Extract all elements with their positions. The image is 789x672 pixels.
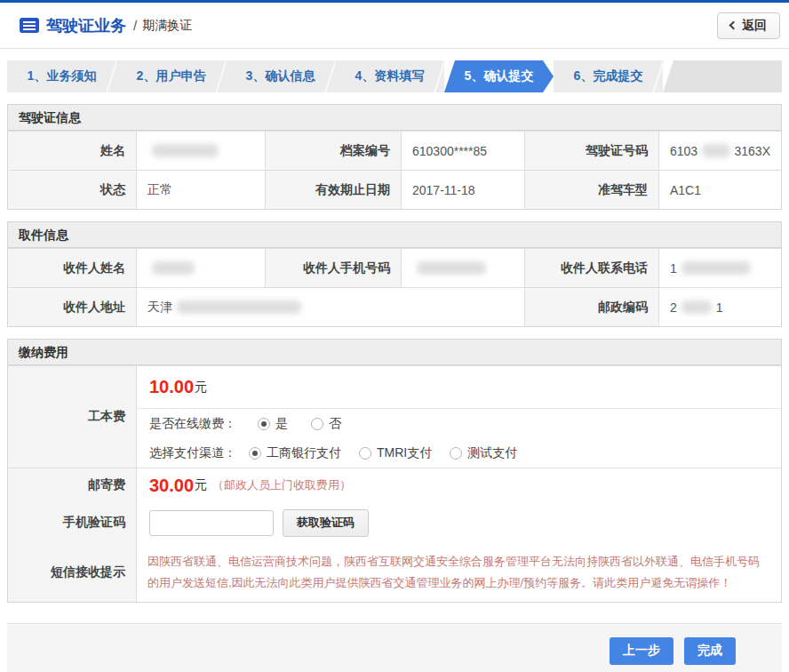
finish-button[interactable]: 完成 xyxy=(684,637,736,665)
file-no-label: 档案编号 xyxy=(265,132,401,170)
step-bar-tail xyxy=(663,60,782,92)
recipient-name-label: 收件人姓名 xyxy=(8,249,136,287)
section-title: 缴纳费用 xyxy=(8,340,781,365)
file-no-value: 610300****85 xyxy=(401,132,524,170)
license-no-label: 驾驶证号码 xyxy=(524,132,658,170)
recipient-mobile-value xyxy=(401,249,524,287)
sms-code-label: 手机验证码 xyxy=(8,502,136,543)
sms-tip-label: 短信接收提示 xyxy=(8,543,136,602)
step-tab-1[interactable]: 1、业务须知 xyxy=(7,60,116,92)
back-button-label: 返回 xyxy=(742,18,767,34)
status-value: 正常 xyxy=(136,171,265,209)
pay-channel-line: 选择支付渠道： 工商银行支付 TMRI支付 测试支付 xyxy=(137,438,781,468)
production-fee-row: 工本费 10.00 元 是否在线缴费： 是 否 选择支付渠道： 工商银行支付 xyxy=(8,365,781,468)
main-content: 1、业务须知 2、用户申告 3、确认信息 4、资料填写 5、确认提交 6、完成提… xyxy=(0,60,789,603)
previous-step-button[interactable]: 上一步 xyxy=(610,637,673,665)
step-separator xyxy=(652,60,665,92)
phone-prefix: 1 xyxy=(670,261,677,276)
sms-tip-value: 因陕西省联通、电信运营商技术问题，陕西省互联网交通安全综合服务管理平台无法向持陕… xyxy=(136,543,781,602)
page-header: 驾驶证业务 / 期满换证 返回 xyxy=(0,3,789,49)
currency-unit: 元 xyxy=(195,380,207,396)
postcode-suffix: 1 xyxy=(716,300,723,315)
channel-test-label[interactable]: 测试支付 xyxy=(467,445,517,461)
back-button[interactable]: 返回 xyxy=(717,12,780,39)
radio-channel-test[interactable] xyxy=(450,447,462,460)
step-label: 5、确认提交 xyxy=(465,68,534,84)
breadcrumb-separator: / xyxy=(133,18,137,33)
footer-action-bar: 上一步 完成 xyxy=(7,623,782,672)
chevron-left-icon xyxy=(729,21,738,30)
name-value xyxy=(136,132,265,170)
recipient-mobile-label: 收件人手机号码 xyxy=(265,249,401,287)
expiry-value: 2017-11-18 xyxy=(401,171,524,209)
table-row: 状态 正常 有效期止日期 2017-11-18 准驾车型 A1C1 xyxy=(8,170,781,209)
currency-unit: 元 xyxy=(195,477,207,493)
mail-fee-value: 30.00 元 （邮政人员上门收取费用） xyxy=(136,468,781,502)
redacted-blur xyxy=(152,144,219,157)
postcode-label: 邮政编码 xyxy=(524,288,658,326)
radio-channel-tmri[interactable] xyxy=(359,447,371,460)
pickup-info-section: 取件信息 收件人姓名 收件人手机号码 收件人联系电话 1 收件人地址 天津 邮政… xyxy=(7,221,782,327)
mail-fee-row: 邮寄费 30.00 元 （邮政人员上门收取费用） xyxy=(8,468,781,501)
production-fee-amount-line: 10.00 元 xyxy=(137,366,781,409)
online-yes-label[interactable]: 是 xyxy=(275,416,288,432)
status-label: 状态 xyxy=(8,171,136,209)
redacted-blur xyxy=(177,300,301,314)
recipient-address-value: 天津 xyxy=(136,288,524,326)
channel-icbc-label[interactable]: 工商银行支付 xyxy=(267,445,341,461)
step-label: 4、资料填写 xyxy=(355,68,425,84)
breadcrumb-current: 期满换证 xyxy=(142,18,192,34)
page-title: 驾驶证业务 xyxy=(46,15,126,36)
license-no-suffix: 3163X xyxy=(735,144,770,158)
sms-tip-text: 因陕西省联通、电信运营商技术问题，陕西省互联网交通安全综合服务管理平台无法向持陕… xyxy=(137,543,781,602)
step-tab-3[interactable]: 3、确认信息 xyxy=(226,60,335,92)
production-fee-value: 10.00 元 是否在线缴费： 是 否 选择支付渠道： 工商银行支付 TMRI支… xyxy=(136,366,781,468)
redacted-blur xyxy=(702,144,729,157)
radio-online-yes[interactable] xyxy=(258,418,270,430)
table-row: 姓名 档案编号 610300****85 驾驶证号码 61033163X xyxy=(8,131,781,170)
online-pay-question: 是否在线缴费： xyxy=(149,416,236,432)
mail-fee-amount: 30.00 xyxy=(149,476,194,496)
recipient-name-value xyxy=(136,249,265,287)
channel-tmri-label[interactable]: TMRI支付 xyxy=(377,445,432,461)
step-tab-6[interactable]: 6、完成提交 xyxy=(554,60,663,92)
mail-fee-note: （邮政人员上门收取费用） xyxy=(212,477,351,493)
table-row: 收件人地址 天津 邮政编码 21 xyxy=(8,287,781,326)
step-separator xyxy=(434,60,446,92)
recipient-phone-value: 1 xyxy=(658,249,781,287)
step-label: 2、用户申告 xyxy=(137,68,206,84)
sms-code-field-area: 获取验证码 xyxy=(136,502,781,543)
recipient-phone-label: 收件人联系电话 xyxy=(524,249,658,287)
license-no-prefix: 6103 xyxy=(670,144,697,158)
table-row: 收件人姓名 收件人手机号码 收件人联系电话 1 xyxy=(8,248,781,287)
redacted-blur xyxy=(681,261,751,275)
vehicle-class-label: 准驾车型 xyxy=(524,171,658,209)
step-tab-5[interactable]: 5、确认提交 xyxy=(444,60,554,92)
address-prefix: 天津 xyxy=(147,300,172,316)
step-wizard: 1、业务须知 2、用户申告 3、确认信息 4、资料填写 5、确认提交 6、完成提… xyxy=(7,60,782,92)
production-fee-label: 工本费 xyxy=(8,366,136,468)
sms-code-input[interactable] xyxy=(149,510,274,536)
step-tab-2[interactable]: 2、用户申告 xyxy=(116,60,226,92)
redacted-blur xyxy=(152,261,195,275)
section-title: 驾驶证信息 xyxy=(8,105,781,131)
fees-section: 缴纳费用 工本费 10.00 元 是否在线缴费： 是 否 选择支付渠道： xyxy=(7,339,782,603)
mail-fee-label: 邮寄费 xyxy=(8,468,136,502)
get-code-button[interactable]: 获取验证码 xyxy=(283,509,369,537)
step-tab-4[interactable]: 4、资料填写 xyxy=(335,60,444,92)
redacted-blur xyxy=(681,300,712,314)
name-label: 姓名 xyxy=(8,132,136,170)
step-label: 6、完成提交 xyxy=(574,68,643,84)
section-title: 取件信息 xyxy=(8,222,781,248)
vehicle-class-value: A1C1 xyxy=(658,171,781,209)
redacted-blur xyxy=(417,261,486,275)
postcode-value: 21 xyxy=(658,288,781,326)
online-no-label[interactable]: 否 xyxy=(329,416,341,432)
recipient-address-label: 收件人地址 xyxy=(8,288,136,326)
radio-channel-icbc[interactable] xyxy=(249,447,261,460)
license-no-value: 61033163X xyxy=(658,132,781,170)
radio-online-no[interactable] xyxy=(311,418,323,430)
production-fee-amount: 10.00 xyxy=(149,377,194,397)
license-form-icon xyxy=(20,18,39,33)
postcode-prefix: 2 xyxy=(670,300,677,315)
